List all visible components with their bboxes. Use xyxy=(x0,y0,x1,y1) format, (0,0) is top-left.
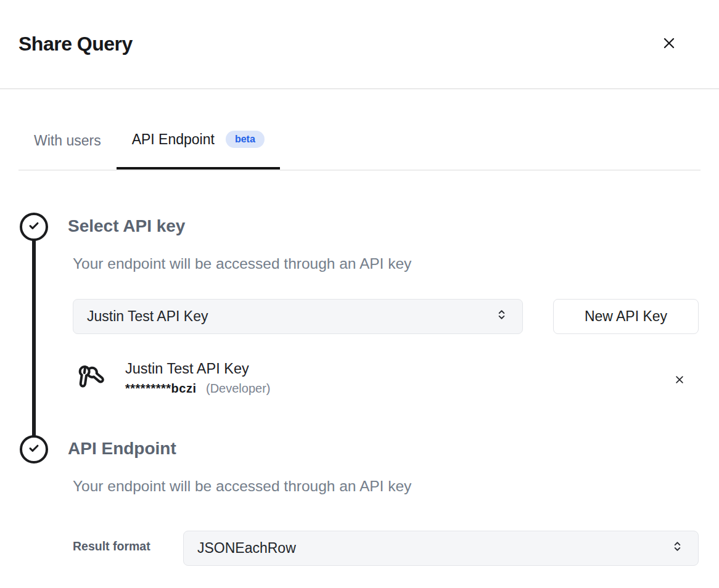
share-tabs: With users API Endpoint beta xyxy=(18,89,701,171)
share-query-modal: Share Query With users API Endpoint beta xyxy=(0,0,719,588)
step-2-heading: API Endpoint xyxy=(68,439,176,459)
chevrons-up-down-icon xyxy=(495,308,509,325)
remove-key-x-icon xyxy=(674,374,685,387)
api-key-select[interactable]: Justin Test API Key xyxy=(73,299,523,334)
close-icon xyxy=(661,35,677,53)
remove-key-button[interactable] xyxy=(670,371,689,390)
selected-key-masked-value: *********bczi xyxy=(125,382,196,395)
result-format-select[interactable]: JSONEachRow xyxy=(183,531,699,566)
tab-with-users[interactable]: With users xyxy=(18,89,117,169)
close-button[interactable] xyxy=(658,33,680,55)
selected-key-details: Justin Test API Key *********bczi (Devel… xyxy=(125,359,271,396)
tab-api-endpoint-label: API Endpoint xyxy=(132,131,215,148)
new-api-key-button[interactable]: New API Key xyxy=(553,299,699,334)
selected-key-meta: *********bczi (Developer) xyxy=(125,380,271,396)
tab-with-users-label: With users xyxy=(34,133,101,149)
chevrons-up-down-icon xyxy=(670,539,684,557)
beta-badge: beta xyxy=(226,131,265,148)
api-key-select-value: Justin Test API Key xyxy=(87,308,208,325)
step-1-heading: Select API key xyxy=(68,216,185,236)
stepper-connector-line xyxy=(32,239,36,438)
selected-key-role: (Developer) xyxy=(206,382,270,395)
tab-api-endpoint[interactable]: API Endpoint beta xyxy=(117,89,280,169)
page-title: Share Query xyxy=(18,33,133,55)
new-api-key-button-label: New API Key xyxy=(585,308,667,325)
check-icon xyxy=(26,440,42,459)
step-2-complete-indicator xyxy=(20,435,48,463)
check-icon xyxy=(26,218,42,236)
step-2-subtitle: Your endpoint will be accessed through a… xyxy=(73,478,411,495)
step-1-complete-indicator xyxy=(20,213,48,241)
keys-icon xyxy=(73,362,104,394)
selected-key-name: Justin Test API Key xyxy=(125,359,271,378)
result-format-select-value: JSONEachRow xyxy=(197,540,296,557)
result-format-label: Result format xyxy=(73,539,150,553)
step-1-subtitle: Your endpoint will be accessed through a… xyxy=(73,255,411,272)
modal-header: Share Query xyxy=(0,0,719,89)
